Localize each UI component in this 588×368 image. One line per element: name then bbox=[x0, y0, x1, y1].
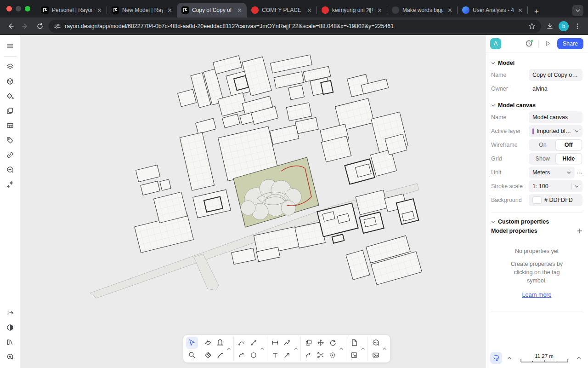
arrow-tool[interactable] bbox=[281, 349, 293, 361]
theme-toggle-button[interactable] bbox=[3, 321, 17, 334]
model-section-header[interactable]: Model bbox=[491, 60, 582, 66]
duplicate-button[interactable] bbox=[3, 104, 17, 118]
history-button[interactable] bbox=[524, 38, 535, 49]
stroke-scale-input[interactable]: 1: 100 bbox=[529, 180, 582, 192]
chevron-down-icon[interactable] bbox=[575, 184, 579, 189]
line-tool[interactable] bbox=[248, 337, 260, 349]
reload-button[interactable] bbox=[34, 20, 46, 32]
arc-tool[interactable] bbox=[236, 349, 248, 361]
share-button[interactable]: Share bbox=[557, 38, 583, 49]
back-button[interactable] bbox=[5, 20, 17, 32]
sheet-tool[interactable] bbox=[348, 337, 360, 349]
rotate-tool[interactable] bbox=[327, 337, 339, 349]
new-tab-button[interactable]: + bbox=[531, 6, 543, 17]
grid-show-option[interactable]: Show bbox=[530, 154, 556, 164]
site-settings-icon[interactable] bbox=[54, 23, 61, 29]
model-canvas-viewport[interactable]: .rA{fill:#f6f6f4;stroke:#3f3f3f;stroke-w… bbox=[20, 35, 485, 368]
present-button[interactable] bbox=[543, 38, 554, 49]
door-tool[interactable] bbox=[214, 337, 226, 349]
comments-button[interactable] bbox=[3, 163, 17, 177]
more-modify-tools-chevron[interactable] bbox=[339, 337, 344, 361]
tab-close-icon[interactable]: ✕ bbox=[236, 7, 243, 14]
spline-leader-tool[interactable] bbox=[281, 337, 293, 349]
tab-search-button[interactable] bbox=[572, 5, 583, 16]
measure-tool[interactable] bbox=[214, 349, 226, 361]
user-avatar[interactable]: A bbox=[490, 38, 501, 49]
custom-properties-section-header[interactable]: Custom properties bbox=[491, 218, 582, 225]
tab-close-icon[interactable]: ✕ bbox=[96, 7, 103, 14]
links-button[interactable] bbox=[3, 148, 17, 162]
more-build-tools-chevron[interactable] bbox=[226, 337, 232, 361]
comment-tool[interactable] bbox=[370, 337, 382, 349]
site-plan[interactable]: .rA{fill:#f6f6f4;stroke:#3f3f3f;stroke-w… bbox=[20, 35, 485, 368]
select-tool[interactable] bbox=[186, 337, 198, 349]
tab-close-icon[interactable]: ✕ bbox=[166, 7, 173, 14]
active-layer-select[interactable]: Imported blocks bbox=[529, 125, 582, 137]
grid-hide-option[interactable]: Hide bbox=[556, 154, 582, 164]
3d-view-button[interactable] bbox=[3, 75, 17, 88]
background-color-field[interactable]: # DDFDFD bbox=[529, 194, 582, 206]
copy-tool[interactable] bbox=[303, 337, 315, 349]
url-text[interactable]: rayon.design/app/model/68227704-0b7c-4f8… bbox=[65, 23, 524, 29]
browser-menu-button[interactable] bbox=[571, 20, 583, 32]
background-color-swatch[interactable] bbox=[532, 196, 542, 204]
unit-more-button[interactable]: ⋯ bbox=[577, 169, 583, 176]
tab-comfy-place[interactable]: COMFY PLACE | W ✕ bbox=[247, 3, 317, 17]
add-property-button[interactable] bbox=[577, 228, 582, 234]
browser-profile-avatar[interactable]: b bbox=[559, 21, 569, 31]
wall-tool[interactable] bbox=[202, 337, 214, 349]
offset-tool[interactable] bbox=[327, 349, 339, 361]
close-window-button[interactable] bbox=[6, 6, 12, 12]
tab-make-words[interactable]: Make words bigge ✕ bbox=[387, 3, 457, 17]
menu-button[interactable] bbox=[3, 39, 17, 53]
tab-close-icon[interactable]: ✕ bbox=[517, 7, 524, 14]
tab-close-icon[interactable]: ✕ bbox=[306, 7, 313, 14]
more-collab-tools-chevron[interactable] bbox=[382, 337, 387, 361]
tab-copy-of-copy-active[interactable]: Copy of Copy of N ✕ bbox=[177, 3, 247, 17]
wireframe-off-option[interactable]: Off bbox=[556, 140, 582, 150]
hatch-tool[interactable] bbox=[202, 349, 214, 361]
expand-bar-chevron[interactable] bbox=[574, 353, 583, 362]
dimension-tool[interactable] bbox=[269, 337, 281, 349]
more-annotate-tools-chevron[interactable] bbox=[293, 337, 299, 361]
tables-button[interactable] bbox=[3, 119, 17, 132]
layout-grid-tool[interactable] bbox=[348, 349, 360, 361]
library-button[interactable] bbox=[3, 335, 17, 349]
tab-close-icon[interactable]: ✕ bbox=[447, 7, 453, 14]
tags-button[interactable] bbox=[3, 133, 17, 147]
tab-personel[interactable]: Personel | Rayon ✕ bbox=[37, 3, 107, 17]
more-sheet-tools-chevron[interactable] bbox=[360, 337, 366, 361]
fillet-tool[interactable] bbox=[303, 349, 315, 361]
tab-new-model[interactable]: New Model | Rayon ✕ bbox=[107, 3, 177, 17]
url-bar[interactable]: rayon.design/app/model/68227704-0b7c-4f8… bbox=[49, 20, 541, 33]
unit-select[interactable]: Meters bbox=[529, 167, 575, 178]
follow-mode-button[interactable] bbox=[490, 352, 502, 364]
move-tool[interactable] bbox=[315, 337, 327, 349]
learn-more-link[interactable]: Learn more bbox=[522, 291, 552, 299]
tab-close-icon[interactable]: ✕ bbox=[376, 7, 383, 14]
trim-tool[interactable] bbox=[315, 349, 327, 361]
export-panel-button[interactable] bbox=[3, 306, 17, 320]
materials-button[interactable] bbox=[3, 89, 17, 103]
ai-assistant-button[interactable] bbox=[3, 178, 17, 191]
collapse-bar-chevron[interactable] bbox=[505, 353, 514, 362]
downloads-button[interactable] bbox=[544, 20, 556, 32]
zoom-window-button[interactable] bbox=[25, 6, 30, 12]
forward-button[interactable] bbox=[19, 20, 31, 32]
zoom-tool[interactable] bbox=[186, 349, 198, 361]
model-canvas-section-header[interactable]: Model canvas bbox=[491, 102, 582, 109]
wireframe-on-option[interactable]: On bbox=[530, 140, 556, 150]
canvas-name-input[interactable]: Model canvas bbox=[529, 111, 582, 123]
circle-tool[interactable] bbox=[248, 349, 260, 361]
tab-user-analysis[interactable]: User Analysis - 43 ✕ bbox=[458, 3, 527, 17]
bookmark-star-icon[interactable] bbox=[528, 23, 536, 30]
model-name-input[interactable]: Copy of Copy of New M... bbox=[529, 69, 582, 81]
more-draw-tools-chevron[interactable] bbox=[260, 337, 265, 361]
minimize-window-button[interactable] bbox=[16, 6, 21, 12]
tab-keimyung[interactable]: keimyung uni 계명 ✕ bbox=[317, 3, 387, 17]
layers-button[interactable] bbox=[3, 60, 17, 74]
text-tool[interactable] bbox=[269, 349, 281, 361]
polyline-tool[interactable] bbox=[236, 337, 248, 349]
export-image-tool[interactable] bbox=[370, 349, 382, 361]
feedback-button[interactable] bbox=[3, 350, 17, 364]
